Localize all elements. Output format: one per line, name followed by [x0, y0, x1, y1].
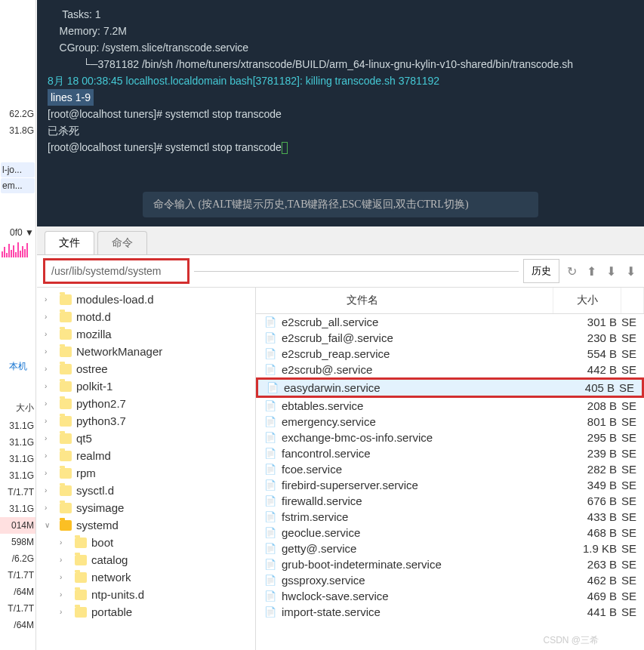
- file-row[interactable]: 📄emergency.service801 BSE: [256, 414, 644, 430]
- tree-item[interactable]: ∨systemd: [37, 516, 255, 534]
- file-row[interactable]: 📄import-state.service441 BSE: [256, 604, 644, 620]
- file-extra: SE: [621, 510, 644, 523]
- folder-icon: [75, 607, 87, 618]
- file-row[interactable]: 📄fstrim.service433 BSE: [256, 509, 644, 525]
- file-row[interactable]: 📄grub-boot-indeterminate.service263 BSE: [256, 556, 644, 572]
- tree-item[interactable]: ›sysctl.d: [37, 482, 255, 499]
- file-row[interactable]: 📄e2scrub@.service442 BSE: [256, 362, 644, 377]
- folder-item[interactable]: l-jo...: [1, 162, 35, 177]
- tree-item[interactable]: ›ntp-units.d: [37, 586, 255, 603]
- tree-item[interactable]: ›modules-load.d: [37, 291, 255, 308]
- tree-item[interactable]: ›portable: [37, 603, 255, 621]
- tree-item[interactable]: ›ostree: [37, 360, 255, 377]
- folder-tree[interactable]: ›modules-load.d›motd.d›mozilla›NetworkMa…: [37, 288, 256, 650]
- tree-item[interactable]: ›realmd: [37, 447, 255, 464]
- terminal-line: Tasks: 1: [48, 6, 633, 23]
- file-extra: SE: [621, 526, 644, 539]
- tree-item[interactable]: ›catalog: [37, 551, 255, 568]
- watermark: CSDN @三希: [543, 634, 599, 647]
- file-row[interactable]: 📄firebird-superserver.service349 BSE: [256, 477, 644, 493]
- file-size: 263 B: [569, 558, 621, 571]
- tree-item[interactable]: ›NetworkManager: [37, 343, 255, 360]
- tree-item[interactable]: ›network: [37, 568, 255, 586]
- tree-item[interactable]: ›qt5: [37, 430, 255, 447]
- file-icon: 📄: [262, 364, 279, 375]
- file-extra: SE: [621, 316, 644, 328]
- file-row[interactable]: 📄getty@.service1.9 KBSE: [256, 541, 644, 556]
- upload-icon[interactable]: ⬆: [584, 263, 599, 279]
- tree-label: systemd: [76, 519, 119, 531]
- folder-item[interactable]: em...: [1, 178, 35, 193]
- terminal-line: CGroup: /system.slice/transcode.service: [48, 39, 633, 56]
- file-icon: 📄: [262, 400, 279, 411]
- download-icon[interactable]: ⬇: [603, 263, 618, 279]
- tree-item[interactable]: ›motd.d: [37, 308, 255, 325]
- col-size[interactable]: 大小: [553, 288, 621, 313]
- file-icon: 📄: [262, 316, 279, 328]
- dropdown-label[interactable]: 0f0 ▼: [0, 224, 35, 241]
- size-label: 31.1G: [0, 417, 35, 434]
- file-name: fancontrol.service: [279, 447, 569, 460]
- tree-item[interactable]: ›boot: [37, 534, 255, 551]
- file-row[interactable]: 📄exchange-bmc-os-info.service295 BSE: [256, 430, 644, 445]
- folder-icon: [60, 294, 72, 305]
- tree-item[interactable]: ›rpm: [37, 464, 255, 482]
- file-size: 230 B: [569, 331, 621, 344]
- file-extra: SE: [621, 347, 644, 360]
- command-input-hint[interactable]: 命令输入 (按ALT键提示历史,TAB键路径,ESC键返回,双击CTRL切换): [143, 192, 538, 217]
- size-label: /6.2G: [0, 550, 35, 567]
- file-extra: SE: [621, 415, 644, 428]
- file-row[interactable]: 📄easydarwin.service405 BSE: [256, 377, 644, 398]
- file-row[interactable]: 📄gssproxy.service462 BSE: [256, 572, 644, 588]
- file-icon: 📄: [262, 416, 279, 427]
- file-size: 282 B: [569, 463, 621, 476]
- file-name: geoclue.service: [279, 526, 569, 539]
- cursor-icon: [282, 142, 288, 154]
- file-row[interactable]: 📄geoclue.service468 BSE: [256, 525, 644, 541]
- file-icon: 📄: [262, 495, 279, 507]
- file-name: import-state.service: [279, 605, 569, 618]
- file-icon: 📄: [262, 432, 279, 443]
- file-row[interactable]: 📄fancontrol.service239 BSE: [256, 445, 644, 461]
- folder-icon: [60, 312, 72, 322]
- file-icon: 📄: [262, 606, 279, 618]
- folder-icon: [60, 364, 72, 374]
- file-name: hwclock-save.service: [279, 590, 569, 602]
- local-machine-label[interactable]: 本机: [0, 357, 35, 376]
- tab-cmd[interactable]: 命令: [97, 231, 147, 254]
- tab-file[interactable]: 文件: [45, 231, 94, 254]
- file-size: 405 B: [566, 381, 619, 394]
- tree-item[interactable]: ›sysimage: [37, 499, 255, 516]
- file-row[interactable]: 📄ebtables.service208 BSE: [256, 398, 644, 414]
- size-label: 62.2G: [0, 106, 35, 122]
- refresh-icon[interactable]: ↻: [564, 263, 579, 279]
- file-size: 468 B: [569, 526, 621, 539]
- file-size: 208 B: [569, 399, 621, 412]
- download-all-icon[interactable]: ⬇: [623, 263, 638, 279]
- size-label: 598M: [0, 534, 35, 550]
- terminal-panel[interactable]: Tasks: 1 Memory: 7.2M CGroup: /system.sl…: [37, 0, 644, 226]
- file-extra: SE: [621, 479, 644, 491]
- tree-item[interactable]: ›mozilla: [37, 325, 255, 343]
- file-row[interactable]: 📄hwclock-save.service469 BSE: [256, 588, 644, 604]
- tree-item[interactable]: ›python3.7: [37, 412, 255, 430]
- tree-item[interactable]: ›python2.7: [37, 395, 255, 412]
- terminal-line: Memory: 7.2M: [48, 23, 633, 39]
- history-button[interactable]: 历史: [523, 259, 559, 283]
- path-input[interactable]: [50, 263, 183, 279]
- tree-label: realmd: [76, 449, 111, 462]
- file-row[interactable]: 📄e2scrub_reap.service554 BSE: [256, 346, 644, 362]
- col-filename[interactable]: 文件名: [256, 288, 553, 313]
- file-list[interactable]: 文件名 大小 📄e2scrub_all.service301 BSE📄e2scr…: [256, 288, 644, 650]
- file-icon: 📄: [262, 575, 279, 586]
- file-icon: 📄: [262, 332, 279, 343]
- file-row[interactable]: 📄fcoe.service282 BSE: [256, 461, 644, 477]
- tree-item[interactable]: ›polkit-1: [37, 377, 255, 395]
- file-row[interactable]: 📄e2scrub_fail@.service230 BSE: [256, 330, 644, 346]
- folder-icon: [60, 485, 72, 496]
- file-row[interactable]: 📄firewalld.service676 BSE: [256, 493, 644, 509]
- size-label: T/1.7T: [0, 567, 35, 584]
- col-extra[interactable]: [621, 288, 644, 313]
- folder-icon: [75, 590, 87, 600]
- file-row[interactable]: 📄e2scrub_all.service301 BSE: [256, 314, 644, 330]
